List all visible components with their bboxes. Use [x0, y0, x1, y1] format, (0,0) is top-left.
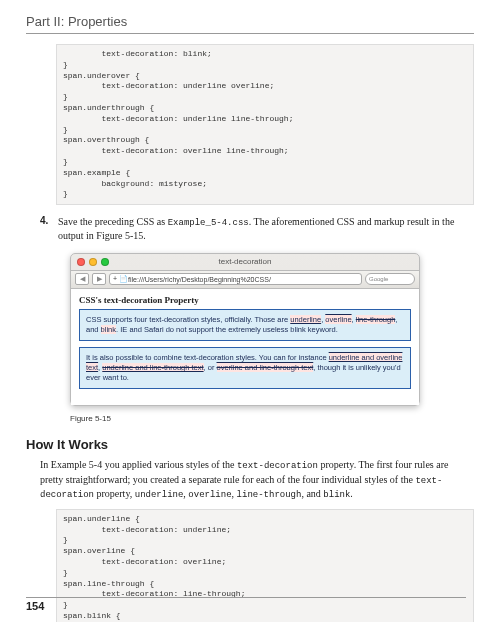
back-button: ◀: [75, 273, 89, 285]
b2-b: , or: [204, 363, 217, 372]
how-it-works-heading: How It Works: [26, 437, 474, 452]
how-it-works-para: In Example 5-4 you applied various style…: [40, 458, 474, 500]
page-header: Part II: Properties: [26, 14, 474, 34]
page-heading: CSS's text-decoration Property: [79, 295, 411, 305]
search-bar: Google: [365, 273, 415, 285]
step-4: 4. Save the preceding CSS as Example_5-4…: [40, 215, 474, 243]
browser-screenshot: text-decoration ◀ ▶ + 📄 file:///Users/ri…: [70, 253, 420, 407]
figure-caption: Figure 5-15: [70, 414, 474, 423]
kw4: blink: [323, 490, 350, 500]
kw2: overline: [188, 490, 231, 500]
p1a: In Example 5-4 you applied various style…: [40, 459, 237, 470]
toolbar: ◀ ▶ + 📄 file:///Users/richy/Desktop/Begi…: [71, 271, 419, 289]
b1-a: CSS supports four text-decoration styles…: [86, 315, 290, 324]
combo-underthrough: underline and line-through text: [102, 363, 203, 372]
demo-box-1: CSS supports four text-decoration styles…: [79, 309, 411, 341]
kw3: line-through: [237, 490, 302, 500]
kw-linethrough: line-through: [356, 315, 396, 324]
b2-a: It is also possible to combine text-deco…: [86, 353, 329, 362]
kw1: underline: [135, 490, 184, 500]
url-text: file:///Users/richy/Desktop/Beginning%20…: [128, 276, 271, 283]
p1c: property,: [94, 488, 135, 499]
code-block-top: text-decoration: blink; } span.underover…: [56, 44, 474, 205]
prop1: text-decoration: [237, 461, 318, 471]
step-pre: Save the preceding CSS as: [58, 216, 168, 227]
window-title: text-decoration: [71, 257, 419, 266]
demo-box-2: It is also possible to combine text-deco…: [79, 347, 411, 389]
kw-underline: underline: [290, 315, 321, 324]
p1e: .: [350, 488, 353, 499]
b1-c: . IE and Safari do not support the extre…: [116, 325, 338, 334]
page-number: 154: [26, 597, 466, 612]
url-bar: + 📄 file:///Users/richy/Desktop/Beginnin…: [109, 273, 362, 285]
forward-button: ▶: [92, 273, 106, 285]
titlebar: text-decoration: [71, 254, 419, 271]
step-number: 4.: [40, 215, 58, 243]
combo-overthrough: overline and line-through text: [217, 363, 314, 372]
kw-overline: overline: [325, 315, 351, 324]
search-placeholder: Google: [369, 276, 388, 282]
page-body: CSS's text-decoration Property CSS suppo…: [71, 289, 419, 406]
step-text: Save the preceding CSS as Example_5-4.cs…: [58, 215, 474, 243]
step-filename: Example_5-4.css: [168, 218, 249, 228]
p1d: , and: [301, 488, 323, 499]
kw-blink: blink: [101, 325, 116, 334]
